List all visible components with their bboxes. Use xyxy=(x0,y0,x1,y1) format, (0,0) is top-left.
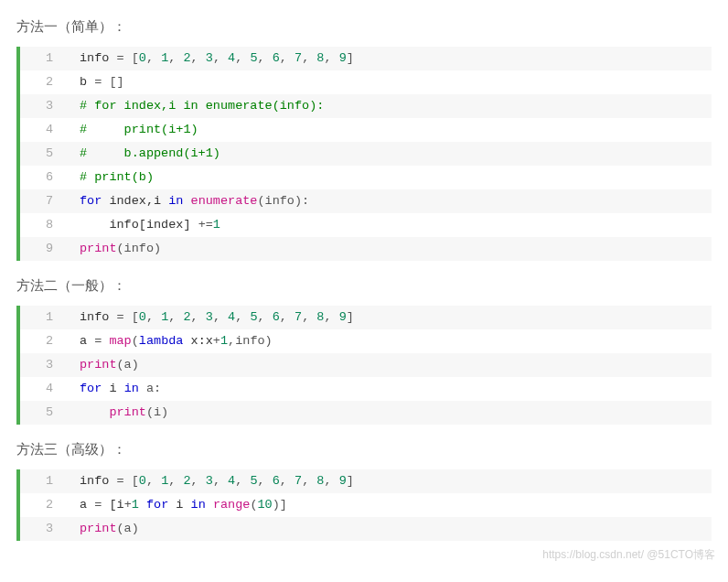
code-token: (i) xyxy=(146,405,168,419)
code-token: += xyxy=(198,218,213,232)
code-token: index,i xyxy=(102,194,168,208)
line-number: 2 xyxy=(20,329,63,353)
code-token: , xyxy=(168,310,183,324)
code-token: + xyxy=(124,498,132,512)
section-heading: 方法一（简单）： xyxy=(16,18,712,36)
code-token: [ xyxy=(124,51,139,65)
code-token: a xyxy=(80,334,94,348)
code-token: , xyxy=(146,51,161,65)
code-token: 1 xyxy=(132,498,139,512)
line-number: 3 xyxy=(20,517,63,541)
code-token: [ xyxy=(124,474,139,488)
code-token: , xyxy=(258,474,273,488)
code-token: 4 xyxy=(228,51,235,65)
code-line: 4for i in a: xyxy=(20,377,712,401)
code-token: info xyxy=(80,474,117,488)
code-token: 4 xyxy=(228,474,235,488)
code-token: i xyxy=(168,498,190,512)
code-content: a = [i+1 for i in range(10)] xyxy=(63,493,712,517)
code-token: lambda xyxy=(139,334,184,348)
code-token: , xyxy=(280,474,294,488)
code-content: print(a) xyxy=(63,353,712,377)
code-content: for index,i in enumerate(info): xyxy=(63,189,712,213)
code-token: info xyxy=(80,51,117,65)
code-token: 7 xyxy=(294,310,302,324)
code-token: 6 xyxy=(273,310,280,324)
code-line: 6# print(b) xyxy=(20,166,712,189)
code-token: , xyxy=(258,310,273,324)
code-token: print xyxy=(109,405,146,419)
code-token: , xyxy=(146,474,161,488)
code-token: , xyxy=(324,474,338,488)
code-token xyxy=(80,405,109,419)
code-token: ] xyxy=(347,51,354,65)
code-token: , xyxy=(280,51,294,65)
code-line: 1info = [0, 1, 2, 3, 4, 5, 6, 7, 8, 9] xyxy=(20,469,712,493)
code-token: ,info) xyxy=(228,334,273,348)
code-line: 3# for index,i in enumerate(info): xyxy=(20,94,712,118)
code-token: 9 xyxy=(339,474,347,488)
code-token: , xyxy=(191,474,206,488)
section-heading: 方法二（一般）： xyxy=(16,277,712,295)
code-token: info xyxy=(80,310,117,324)
code-line: 2b = [] xyxy=(20,70,712,94)
code-token: = xyxy=(117,474,124,488)
code-token: 4 xyxy=(228,310,235,324)
code-line: 2a = map(lambda x:x+1,info) xyxy=(20,329,712,353)
code-token: for xyxy=(80,194,102,208)
code-block: 1info = [0, 1, 2, 3, 4, 5, 6, 7, 8, 9]2b… xyxy=(16,47,712,261)
code-content: # b.append(i+1) xyxy=(63,142,712,166)
code-token: range xyxy=(213,498,251,512)
line-number: 3 xyxy=(20,94,63,118)
code-content: a = map(lambda x:x+1,info) xyxy=(63,329,712,353)
code-token: # print(i+1) xyxy=(80,123,198,136)
code-token: info[index] xyxy=(80,218,198,232)
code-token xyxy=(183,194,190,208)
code-token: ] xyxy=(347,310,354,324)
code-token: (info) xyxy=(117,242,162,255)
code-token: = xyxy=(117,51,124,65)
code-token: 1 xyxy=(213,218,220,232)
line-number: 5 xyxy=(20,142,63,166)
code-line: 5 print(i) xyxy=(20,401,712,425)
code-token: enumerate xyxy=(191,194,258,208)
code-token: 7 xyxy=(294,51,302,65)
code-line: 9print(info) xyxy=(20,237,712,261)
watermark-text: https://blog.csdn.net/ @51CTO博客 xyxy=(542,547,715,563)
code-token: + xyxy=(213,334,220,348)
code-token: print xyxy=(80,522,117,535)
code-token: b xyxy=(80,75,94,89)
line-number: 6 xyxy=(20,166,63,189)
code-token: 0 xyxy=(139,51,146,65)
code-token: , xyxy=(146,310,161,324)
code-token: , xyxy=(302,310,316,324)
code-token: 5 xyxy=(250,310,257,324)
line-number: 1 xyxy=(20,47,63,70)
code-token: 0 xyxy=(139,310,146,324)
code-token xyxy=(206,498,213,512)
code-line: 5# b.append(i+1) xyxy=(20,142,712,166)
code-token: [ xyxy=(124,310,139,324)
code-token: , xyxy=(213,51,228,65)
section-heading: 方法三（高级）： xyxy=(16,441,712,458)
code-token: , xyxy=(168,51,183,65)
code-token: ( xyxy=(132,334,139,348)
code-token: for xyxy=(80,382,102,395)
code-token: a xyxy=(80,498,94,512)
code-token: # for index,i in enumerate(info): xyxy=(80,99,324,113)
code-line: 7for index,i in enumerate(info): xyxy=(20,189,712,213)
code-token: , xyxy=(191,310,206,324)
line-number: 2 xyxy=(20,493,63,517)
code-token: , xyxy=(280,310,294,324)
code-token: 7 xyxy=(294,474,302,488)
code-block: 1info = [0, 1, 2, 3, 4, 5, 6, 7, 8, 9]2a… xyxy=(16,469,712,541)
code-content: b = [] xyxy=(63,70,712,94)
code-token: , xyxy=(168,474,183,488)
code-content: info = [0, 1, 2, 3, 4, 5, 6, 7, 8, 9] xyxy=(63,47,712,70)
code-token: 2 xyxy=(183,310,190,324)
code-token: , xyxy=(324,310,338,324)
code-token: , xyxy=(213,310,228,324)
code-token: 1 xyxy=(220,334,228,348)
code-token: (a) xyxy=(117,358,139,372)
line-number: 8 xyxy=(20,213,63,237)
